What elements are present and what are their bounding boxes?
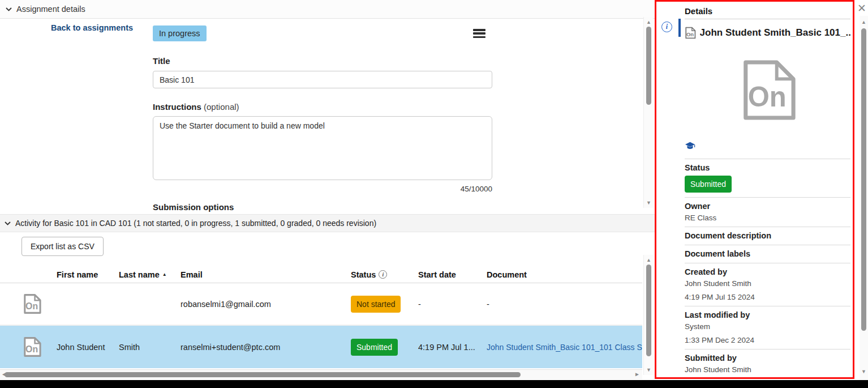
document-labels-label: Document labels (685, 249, 850, 258)
scroll-right-icon[interactable]: ► (634, 371, 640, 377)
education-cap-icon (685, 142, 850, 154)
main-content: Assignment details Back to assignments I… (0, 0, 655, 380)
document-title-row: On John Student Smith_Basic 101_... (685, 27, 850, 39)
svg-text:On: On (25, 344, 38, 354)
status-badge: Submitted (351, 339, 398, 356)
horizontal-scrollbar[interactable]: ◄ ► (0, 369, 642, 380)
assignment-form: Back to assignments In progress Title In… (0, 19, 655, 214)
onshape-document-icon: On (739, 58, 797, 122)
details-scrollbar-thumb[interactable] (861, 28, 866, 331)
svg-text:On: On (686, 31, 694, 37)
status-section: Status Submitted (685, 159, 850, 198)
last-name-header[interactable]: Last name▲ (119, 270, 181, 279)
details-panel: i Details On John Student Smith_Basic 10… (655, 0, 854, 379)
last-modified-value: System (685, 322, 850, 331)
created-by-section: Created by John Student Smith 4:19 PM Ju… (685, 263, 850, 306)
document-labels-section: Document labels (685, 245, 850, 263)
created-at-value: 4:19 PM Jul 15 2024 (685, 293, 850, 301)
onshape-document-icon: On (23, 336, 41, 357)
last-modified-section: Last modified by System 1:33 PM Dec 2 20… (685, 306, 850, 349)
first-name-header[interactable]: First name (57, 270, 119, 279)
document-description-section: Document description (685, 227, 850, 245)
details-scrollbar[interactable]: ▲ ▼ (860, 16, 868, 380)
table-scrollbar-thumb[interactable] (646, 265, 651, 356)
document-title: John Student Smith_Basic 101_... (700, 27, 850, 39)
character-count: 45/10000 (153, 185, 492, 193)
start-date-header[interactable]: Start date (418, 270, 487, 279)
close-icon[interactable]: ✕ (855, 2, 868, 15)
status-badge: Submitted (685, 176, 732, 193)
activity-title: Activity for Basic 101 in CAD 101 (1 not… (15, 219, 376, 228)
scroll-up-icon[interactable]: ▲ (644, 257, 654, 263)
submitted-by-value: John Student Smith (685, 365, 850, 374)
owner-label: Owner (685, 202, 850, 211)
assignment-details-collapse-header[interactable]: Assignment details (0, 0, 655, 19)
scroll-up-icon[interactable]: ▲ (860, 19, 868, 25)
table-scrollbar[interactable]: ▲ ▼ (643, 255, 653, 375)
email-header[interactable]: Email (181, 270, 351, 279)
submitted-by-label: Submitted by (685, 353, 850, 363)
onshape-document-icon: On (685, 27, 696, 39)
selected-tab-indicator (678, 19, 681, 37)
owner-value: RE Class (685, 214, 850, 222)
submitted-by-section: Submitted by John Student Smith 4:20 PM … (685, 349, 850, 377)
menu-icon[interactable] (473, 29, 485, 38)
start-date-cell: 4:19 PM Jul 1... (418, 343, 487, 352)
instructions-textarea[interactable]: Use the Starter document to build a new … (153, 116, 492, 180)
section-title: Assignment details (16, 5, 85, 14)
created-by-label: Created by (685, 267, 850, 276)
status-badge: In progress (153, 25, 207, 41)
chevron-down-icon (5, 221, 11, 225)
scroll-down-icon[interactable]: ▼ (860, 369, 868, 374)
title-input[interactable] (153, 71, 492, 88)
svg-text:On: On (747, 82, 786, 112)
scroll-down-icon[interactable]: ▼ (644, 200, 654, 206)
last-name-cell: Smith (119, 343, 181, 352)
last-modified-label: Last modified by (685, 310, 850, 319)
onshape-document-icon: On (23, 293, 41, 314)
document-description-label: Document description (685, 231, 850, 240)
activity-collapse-header[interactable]: Activity for Basic 101 in CAD 101 (1 not… (0, 214, 655, 232)
form-scrollbar-thumb[interactable] (646, 27, 651, 105)
submission-options-label: Submission options (153, 202, 492, 212)
table-row-selected[interactable]: On John Student Smith ranselmi+student@p… (0, 326, 642, 368)
instructions-label: Instructions (optional) (153, 102, 492, 112)
status-label: Status (685, 163, 850, 172)
title-label: Title (153, 56, 492, 66)
info-icon[interactable]: i (661, 21, 672, 32)
email-cell: robanselmi1@gmail.com (181, 300, 351, 309)
status-info-icon[interactable]: i (379, 270, 387, 279)
back-to-assignments-link[interactable]: Back to assignments (51, 23, 133, 32)
table-header-row: First name Last name▲ Email Statusi Star… (0, 266, 642, 283)
export-csv-button[interactable]: Export list as CSV (22, 237, 104, 256)
email-cell: ranselmi+student@ptc.com (181, 343, 351, 352)
form-scrollbar[interactable]: ▲ ▼ (643, 17, 653, 208)
document-header[interactable]: Document (487, 270, 642, 279)
start-date-cell: - (418, 300, 487, 309)
onshape-assignment-page: Assignment details Back to assignments I… (0, 0, 868, 380)
document-thumbnail: On (739, 58, 797, 124)
document-link[interactable]: John Student Smith_Basic 101_101 Class S… (487, 343, 642, 352)
details-panel-title: Details (685, 2, 850, 19)
activity-table: First name Last name▲ Email Statusi Star… (0, 266, 642, 368)
created-by-value: John Student Smith (685, 279, 850, 288)
status-header[interactable]: Statusi (351, 270, 418, 279)
first-name-cell: John Student (57, 343, 119, 352)
document-cell: - (487, 300, 642, 309)
scroll-down-icon[interactable]: ▼ (644, 367, 654, 373)
scroll-up-icon[interactable]: ▲ (644, 19, 654, 25)
chevron-down-icon (6, 7, 12, 11)
status-badge: Not started (351, 296, 401, 313)
horizontal-scrollbar-thumb[interactable] (5, 372, 521, 377)
svg-text:On: On (25, 301, 38, 311)
owner-section: Owner RE Class (685, 198, 850, 227)
table-row[interactable]: On robanselmi1@gmail.com Not started - - (0, 283, 642, 326)
sort-ascending-icon: ▲ (162, 272, 167, 277)
last-modified-at-value: 1:33 PM Dec 2 2024 (685, 336, 850, 344)
